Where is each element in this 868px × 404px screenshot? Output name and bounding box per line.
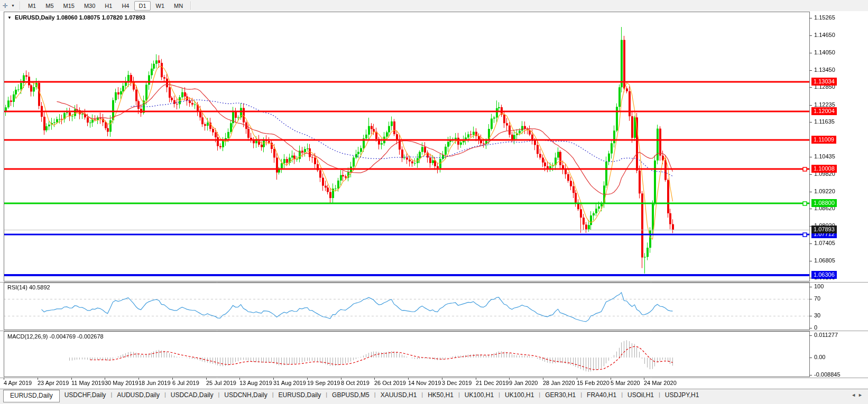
hline-price-label[interactable]: 1.08800 <box>811 199 837 207</box>
date-axis-label: 30 May 2019 <box>105 380 138 386</box>
rsi-axis-tick-label: 70 <box>814 295 820 302</box>
price-axis-tick-label: 1.06805 <box>814 257 835 264</box>
date-axis-label: 9 Jan 2020 <box>509 380 538 386</box>
date-axis-label: 5 Mar 2020 <box>611 380 640 386</box>
rsi-axis-tick-label: 100 <box>814 283 824 289</box>
chart-tab-usoil-h1[interactable]: USOil,H1 <box>623 389 659 401</box>
date-axis-label: 26 Oct 2019 <box>374 380 406 386</box>
hline-price-label[interactable]: 1.10008 <box>811 165 837 173</box>
price-axis-tick-label: 1.14650 <box>814 32 835 38</box>
price-axis-tick-label: 1.09220 <box>814 188 835 194</box>
date-axis-label: 18 Jun 2019 <box>138 380 171 386</box>
date-axis-label: 4 Apr 2019 <box>4 380 32 386</box>
hline-price-label[interactable]: 1.06306 <box>811 271 837 279</box>
date-axis-label: 13 Aug 2019 <box>239 380 272 386</box>
chart-tab-gbpusd-m5[interactable]: GBPUSD,M5 <box>327 389 374 401</box>
chart-tab-ger30-h1[interactable]: GER30,H1 <box>540 389 580 401</box>
rsi-axis-tick-label: 30 <box>814 312 820 318</box>
rsi-axis-tick-label: 0 <box>814 324 817 331</box>
date-axis-label: 8 Oct 2019 <box>341 380 370 386</box>
chart-tab-fra40-h1[interactable]: FRA40,H1 <box>582 389 621 401</box>
chart-tab-xauusd-h1[interactable]: XAUUSD,H1 <box>376 389 422 401</box>
hline-price-label[interactable]: 1.12004 <box>811 107 837 115</box>
date-axis-label: 19 Sep 2019 <box>307 380 340 386</box>
macd-axis-tick-label: 0.011277 <box>814 332 838 338</box>
macd-axis-tick-label: 0.00 <box>814 354 825 360</box>
chart-title: ▼EURUSD,Daily 1.08060 1.08075 1.07820 1.… <box>7 14 145 21</box>
date-axis-label: 25 Jul 2019 <box>206 380 236 386</box>
chart-tab-uk100-h1[interactable]: UK100,H1 <box>460 389 498 401</box>
mt4-application-window: ✛ ▼ M1M5M15M30H1H4D1W1MN ▼EURUSD,Daily 1… <box>0 0 868 404</box>
chart-tab-eurusd-daily[interactable]: EURUSD,Daily <box>3 390 60 402</box>
chart-tab-usdcnh-daily[interactable]: USDCNH,Daily <box>219 389 272 401</box>
hline-price-label[interactable]: 1.11009 <box>811 136 836 144</box>
chart-ohlc-text: EURUSD,Daily 1.08060 1.08075 1.07820 1.0… <box>15 14 145 21</box>
date-axis-label: 31 Aug 2019 <box>273 380 306 386</box>
tab-scroll-right-icon[interactable]: ► <box>858 392 865 398</box>
tab-scroll-arrows[interactable]: ◄► <box>851 392 865 398</box>
date-axis-label: 23 Apr 2019 <box>38 380 69 386</box>
date-axis-label: 28 Jan 2020 <box>543 380 575 386</box>
price-axis-tick-label: 1.10435 <box>814 153 835 159</box>
tab-scroll-left-icon[interactable]: ◄ <box>851 392 858 398</box>
chart-tab-hk50-h1[interactable]: HK50,H1 <box>423 389 458 401</box>
date-axis-label: 14 Nov 2019 <box>408 380 441 386</box>
price-axis-tick-label: 1.15265 <box>814 14 835 21</box>
date-axis-label: 24 Mar 2020 <box>644 380 677 386</box>
chart-menu-icon[interactable]: ▼ <box>7 15 12 20</box>
rsi-indicator-label: RSI(14) 40.5892 <box>7 284 50 290</box>
macd-indicator-label: MACD(12,26,9) -0.004769 -0.002678 <box>7 333 104 340</box>
chart-tab-usdjpy-h1[interactable]: USDJPY,H1 <box>660 389 704 401</box>
date-axis-label: 15 Feb 2020 <box>577 380 610 386</box>
macd-axis-tick-label: -0.008845 <box>814 371 841 378</box>
price-axis-tick-label: 1.14050 <box>814 49 835 55</box>
chart-tab-eurusd-daily[interactable]: EURUSD,Daily <box>274 389 326 401</box>
price-axis-tick-label: 1.13450 <box>814 67 835 73</box>
chart-tab-usdcad-daily[interactable]: USDCAD,Daily <box>166 389 218 401</box>
current-price-label: 1.07893 <box>811 226 837 233</box>
date-axis-label: 21 Dec 2019 <box>476 380 509 386</box>
chart-tab-bar: EURUSD,DailyUSDCHF,Daily|AUDUSD,Daily|US… <box>0 389 868 404</box>
price-axis-tick-label: 1.07405 <box>814 240 835 246</box>
date-axis-label: 6 Jul 2019 <box>172 380 199 386</box>
date-axis-label: 3 Dec 2019 <box>442 380 472 386</box>
date-axis-label: 11 May 2019 <box>71 380 105 386</box>
chart-tab-uk100-h1[interactable]: UK100,H1 <box>500 389 539 401</box>
price-chart-canvas[interactable] <box>0 0 868 404</box>
chart-tab-audusd-daily[interactable]: AUDUSD,Daily <box>112 389 164 401</box>
chart-tab-usdchf-daily[interactable]: USDCHF,Daily <box>60 389 111 401</box>
price-axis-tick-label: 1.11635 <box>814 118 835 125</box>
hline-price-label[interactable]: 1.13034 <box>811 78 837 86</box>
